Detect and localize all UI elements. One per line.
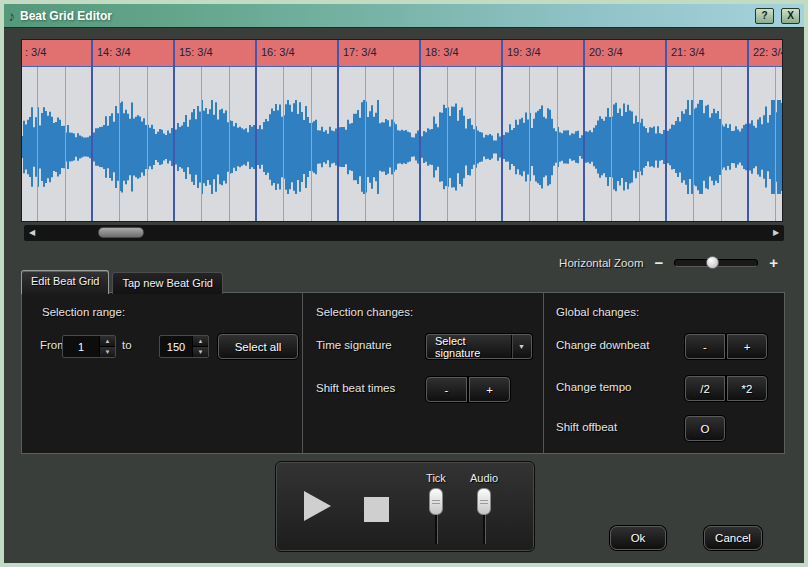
global-changes-title: Global changes: — [556, 306, 639, 318]
spinner-up-icon[interactable]: ▲ — [193, 336, 208, 347]
to-label: to — [122, 339, 132, 351]
change-tempo-label: Change tempo — [556, 381, 631, 393]
measure-label: : 3/4 — [25, 46, 46, 58]
measure-label: 19: 3/4 — [507, 46, 541, 58]
help-button[interactable]: ? — [755, 8, 774, 24]
beat-gridline-major[interactable] — [91, 40, 93, 221]
beat-gridline-major[interactable] — [337, 40, 339, 221]
waveform-scrollbar[interactable]: ◀ ▶ — [24, 225, 784, 241]
window-title: Beat Grid Editor — [20, 9, 748, 23]
audio-slider-track[interactable] — [483, 488, 486, 544]
horizontal-zoom-row: Horizontal Zoom − + — [559, 254, 778, 272]
tick-volume-slider[interactable]: Tick — [416, 472, 456, 544]
beat-gridline-major[interactable] — [583, 40, 585, 221]
beat-gridline-major[interactable] — [747, 40, 749, 221]
beat-gridline-minor — [393, 67, 394, 221]
transport-panel: Tick Audio — [275, 461, 535, 552]
beat-gridline-minor — [65, 67, 66, 221]
shift-beats-minus-button[interactable]: - — [426, 377, 467, 402]
scrollbar-thumb[interactable] — [98, 227, 144, 238]
beat-gridline-minor — [365, 67, 366, 221]
spinner-down-icon[interactable]: ▼ — [193, 347, 208, 357]
scroll-left-icon[interactable]: ◀ — [24, 225, 40, 241]
ok-button[interactable]: Ok — [610, 526, 666, 550]
scroll-right-icon[interactable]: ▶ — [768, 225, 784, 241]
shift-offbeat-label: Shift offbeat — [556, 421, 617, 433]
beat-gridline-minor — [311, 67, 312, 221]
audio-volume-slider[interactable]: Audio — [464, 472, 504, 544]
beat-gridline-minor — [229, 67, 230, 221]
measure-label: 14: 3/4 — [97, 46, 131, 58]
zoom-in-button[interactable]: + — [769, 256, 778, 270]
edit-beat-grid-panel: Selection range: From 1 ▲ ▼ to 150 ▲ ▼ S… — [21, 292, 785, 454]
spinner-down-icon[interactable]: ▼ — [100, 347, 115, 357]
tick-label: Tick — [416, 472, 456, 484]
scrollbar-track[interactable] — [40, 225, 768, 241]
beat-gridline-minor — [639, 67, 640, 221]
waveform[interactable] — [22, 67, 783, 222]
beat-gridline-major[interactable] — [501, 40, 503, 221]
tick-slider-track[interactable] — [435, 488, 438, 544]
zoom-slider[interactable] — [674, 259, 758, 267]
beat-gridline-major[interactable] — [419, 40, 421, 221]
shift-beat-times-label: Shift beat times — [316, 382, 395, 394]
downbeat-plus-button[interactable]: + — [727, 334, 767, 359]
beat-gridline-minor — [119, 67, 120, 221]
titlebar[interactable]: ♪ Beat Grid Editor ? X — [4, 4, 804, 28]
beat-gridline-major[interactable] — [255, 40, 257, 221]
beat-grid-editor-window: ♪ Beat Grid Editor ? X : 3/414: 3/415: 3… — [0, 0, 808, 567]
select-all-button[interactable]: Select all — [218, 334, 298, 359]
measure-label: 21: 3/4 — [671, 46, 705, 58]
beat-gridline-minor — [201, 67, 202, 221]
measure-label: 18: 3/4 — [425, 46, 459, 58]
beat-gridline-minor — [693, 67, 694, 221]
measure-label: 17: 3/4 — [343, 46, 377, 58]
beat-gridline-minor — [283, 67, 284, 221]
from-spinner-arrows: ▲ ▼ — [99, 336, 115, 357]
beat-gridline-minor — [37, 67, 38, 221]
from-spinner[interactable]: 1 ▲ ▼ — [62, 335, 116, 358]
time-signature-label: Time signature — [316, 339, 392, 351]
tab-tap-new-beat-grid[interactable]: Tap new Beat Grid — [112, 272, 223, 294]
cancel-button[interactable]: Cancel — [704, 526, 762, 550]
beat-gridline-minor — [529, 67, 530, 221]
beat-gridline-minor — [557, 67, 558, 221]
beat-gridline-minor — [775, 67, 776, 221]
panel-divider — [302, 293, 303, 453]
close-button[interactable]: X — [781, 8, 800, 24]
tempo-half-button[interactable]: /2 — [685, 376, 725, 401]
beat-gridline-minor — [447, 67, 448, 221]
audio-label: Audio — [464, 472, 504, 484]
from-value[interactable]: 1 — [63, 336, 99, 357]
measure-ruler[interactable]: : 3/414: 3/415: 3/416: 3/417: 3/418: 3/4… — [22, 40, 782, 67]
tab-edit-beat-grid[interactable]: Edit Beat Grid — [21, 270, 109, 294]
beat-gridline-minor — [611, 67, 612, 221]
dialog-content: : 3/414: 3/415: 3/416: 3/417: 3/418: 3/4… — [4, 28, 804, 562]
audio-slider-thumb[interactable] — [477, 488, 491, 515]
spinner-up-icon[interactable]: ▲ — [100, 336, 115, 347]
beat-gridline-major[interactable] — [173, 40, 175, 221]
time-signature-dropdown[interactable]: Select signature ▼ — [426, 334, 532, 359]
selection-changes-title: Selection changes: — [316, 306, 413, 318]
change-downbeat-label: Change downbeat — [556, 339, 649, 351]
shift-offbeat-button[interactable]: O — [685, 416, 725, 441]
zoom-slider-thumb[interactable] — [706, 256, 719, 269]
measure-label: 20: 3/4 — [589, 46, 623, 58]
stop-button[interactable] — [364, 497, 389, 522]
waveform-panel[interactable]: : 3/414: 3/415: 3/416: 3/417: 3/418: 3/4… — [21, 39, 783, 222]
tick-slider-thumb[interactable] — [429, 488, 443, 515]
time-signature-value[interactable]: Select signature — [427, 335, 511, 358]
panel-divider — [543, 293, 544, 453]
to-spinner[interactable]: 150 ▲ ▼ — [159, 335, 209, 358]
play-button[interactable] — [304, 491, 331, 521]
to-value[interactable]: 150 — [160, 336, 192, 357]
measure-label: 22: 3/4 — [753, 46, 783, 58]
dropdown-arrow-icon[interactable]: ▼ — [511, 335, 531, 358]
beat-gridline-minor — [147, 67, 148, 221]
downbeat-minus-button[interactable]: - — [685, 334, 725, 359]
beat-gridline-minor — [475, 67, 476, 221]
tempo-double-button[interactable]: *2 — [727, 376, 767, 401]
beat-gridline-major[interactable] — [665, 40, 667, 221]
zoom-out-button[interactable]: − — [654, 256, 663, 270]
shift-beats-plus-button[interactable]: + — [469, 377, 510, 402]
